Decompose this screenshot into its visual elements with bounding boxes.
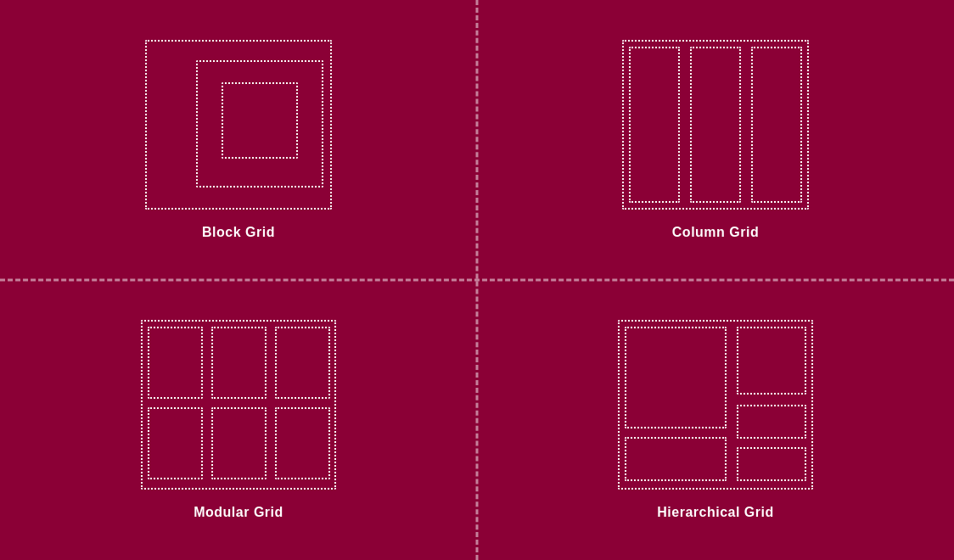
main-container: Block Grid Column Grid Modular Grid	[0, 0, 954, 560]
column-grid-quadrant: Column Grid	[477, 0, 954, 280]
hierarchical-grid-diagram	[618, 320, 813, 490]
column-grid-diagram	[622, 40, 809, 210]
column-2-rect	[690, 47, 741, 203]
hier-small-bot-rect	[737, 447, 806, 481]
modular-grid-quadrant: Modular Grid	[0, 280, 477, 560]
mod-cell-r2c2	[211, 407, 267, 479]
hier-small-mid-rect	[737, 405, 806, 439]
horizontal-divider	[0, 279, 954, 282]
hier-bottom-wide-rect	[625, 437, 727, 481]
column-1-rect	[629, 47, 680, 203]
mod-cell-r2c3	[275, 407, 330, 479]
hier-small-top-rect	[737, 327, 806, 395]
block-grid-label: Block Grid	[202, 225, 275, 240]
mod-cell-r1c1	[148, 327, 203, 399]
modular-grid-label: Modular Grid	[194, 505, 283, 520]
hierarchical-grid-label: Hierarchical Grid	[657, 505, 773, 520]
mod-cell-r1c3	[275, 327, 330, 399]
hierarchical-grid-quadrant: Hierarchical Grid	[477, 280, 954, 560]
mod-cell-r2c1	[148, 407, 203, 479]
mod-cell-r1c2	[211, 327, 267, 399]
block-inner-rect	[222, 82, 298, 159]
column-grid-label: Column Grid	[672, 225, 759, 240]
block-grid-quadrant: Block Grid	[0, 0, 477, 280]
hier-large-rect	[625, 327, 727, 428]
column-3-rect	[751, 47, 802, 203]
block-grid-diagram	[145, 40, 332, 210]
modular-grid-diagram	[141, 320, 336, 490]
